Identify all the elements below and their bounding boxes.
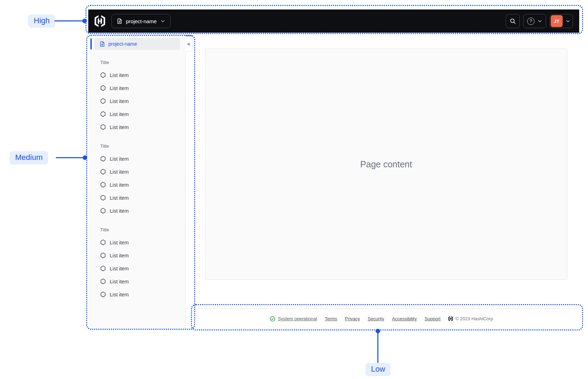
hexagon-icon xyxy=(100,85,106,91)
sidebar-list-item[interactable]: List item xyxy=(88,152,185,165)
search-button[interactable] xyxy=(506,14,520,28)
sidebar-list-item[interactable]: List item xyxy=(88,69,185,82)
project-switcher-button[interactable]: project-name xyxy=(111,14,171,28)
annotation-connector-high xyxy=(55,20,84,21)
sidebar-list-item[interactable]: List item xyxy=(88,178,185,191)
annotation-dot-medium xyxy=(83,155,87,160)
sidebar-list-item[interactable]: List item xyxy=(88,191,185,204)
user-avatar: JT xyxy=(551,15,563,27)
sidebar-section: Title List item List item List item xyxy=(88,60,185,134)
section-title: Title xyxy=(88,60,185,65)
footer-link[interactable]: Terms xyxy=(325,316,337,321)
hexagon-icon xyxy=(100,291,106,297)
hexagon-icon xyxy=(100,252,106,258)
section-list: List item List item List item List item xyxy=(88,236,185,301)
list-item-label: List item xyxy=(110,208,129,214)
project-switcher-label: project-name xyxy=(126,18,157,24)
sidebar-project-link[interactable]: project-name xyxy=(94,38,180,50)
sidebar-list-item[interactable]: List item xyxy=(88,249,185,262)
file-text-icon xyxy=(100,41,105,47)
sidebar-project-label: project-name xyxy=(108,41,137,47)
list-item-label: List item xyxy=(110,266,129,271)
page-content-placeholder: Page content xyxy=(360,159,412,169)
system-status-link[interactable]: System operational xyxy=(278,316,317,321)
annotation-connector-low xyxy=(377,333,378,363)
active-indicator-bar xyxy=(90,38,92,50)
help-menu-button[interactable]: ? xyxy=(523,14,546,28)
list-item-label: List item xyxy=(110,182,129,188)
hexagon-icon xyxy=(100,208,106,214)
list-item-label: List item xyxy=(110,124,129,130)
hexagon-icon xyxy=(100,182,106,188)
list-item-label: List item xyxy=(110,72,129,78)
account-menu-button[interactable]: JT xyxy=(550,14,573,28)
app-canvas: project-name ? xyxy=(0,0,588,379)
footer-link[interactable]: Support xyxy=(424,316,441,321)
hashicorp-logo xyxy=(95,15,105,27)
annotation-dot-high xyxy=(82,19,87,23)
list-item-label: List item xyxy=(110,195,129,201)
sidebar-list-item[interactable]: List item xyxy=(88,288,185,301)
sidebar-section: Title List item List item List item xyxy=(88,143,185,217)
list-item-label: List item xyxy=(110,111,129,117)
list-item-label: List item xyxy=(110,169,129,175)
hexagon-icon xyxy=(100,111,106,117)
footer-brand: © 2023 HashiCorp xyxy=(448,316,493,321)
sidebar-collapse-button[interactable]: « xyxy=(185,36,193,52)
sidebar-header: project-name xyxy=(94,38,180,50)
section-title: Title xyxy=(88,227,185,232)
hexagon-icon xyxy=(100,239,106,245)
chevron-down-icon xyxy=(537,19,542,24)
sidebar-sections: Title List item List item List item xyxy=(88,60,185,301)
sidebar-list-item[interactable]: List item xyxy=(88,236,185,249)
collapse-chevrons-icon: « xyxy=(187,36,191,47)
list-item-label: List item xyxy=(110,98,129,104)
footer-link[interactable]: Security xyxy=(368,316,384,321)
list-item-label: List item xyxy=(110,279,129,284)
sidebar: project-name Title List item List item L… xyxy=(88,36,186,329)
list-item-label: List item xyxy=(110,240,129,245)
sidebar-list-item[interactable]: List item xyxy=(88,262,185,275)
hashicorp-logo xyxy=(448,316,453,321)
sidebar-list-item[interactable]: List item xyxy=(88,204,185,217)
annotation-connector-medium xyxy=(56,157,84,158)
hexagon-icon xyxy=(100,124,106,130)
section-title: Title xyxy=(88,143,185,149)
hexagon-icon xyxy=(100,169,106,175)
footer: System operational Terms Privacy Securit… xyxy=(186,308,577,329)
hexagon-icon xyxy=(100,278,106,284)
list-item-label: List item xyxy=(110,253,129,258)
top-navbar: project-name ? xyxy=(88,9,579,33)
navbar-right-group: ? JT xyxy=(506,14,573,28)
chevron-down-icon xyxy=(160,19,165,24)
sidebar-list-item[interactable]: List item xyxy=(88,108,185,121)
section-list: List item List item List item List item xyxy=(88,69,185,134)
footer-links: Terms Privacy Security Accessibility Sup… xyxy=(325,316,440,321)
annotation-label-medium: Medium xyxy=(9,151,48,165)
help-icon: ? xyxy=(527,18,535,25)
file-text-icon xyxy=(117,18,122,24)
hexagon-icon xyxy=(100,195,106,201)
sidebar-list-item[interactable]: List item xyxy=(88,82,185,95)
annotation-label-low: Low xyxy=(365,363,391,376)
check-circle-icon xyxy=(270,316,275,322)
section-list: List item List item List item List item xyxy=(88,152,185,217)
footer-link[interactable]: Accessibility xyxy=(392,316,417,321)
sidebar-list-item[interactable]: List item xyxy=(88,275,185,288)
hexagon-icon xyxy=(100,156,106,162)
hexagon-icon xyxy=(100,72,106,78)
system-status: System operational xyxy=(270,316,317,322)
list-item-label: List item xyxy=(110,85,129,91)
search-icon xyxy=(510,18,516,24)
sidebar-list-item[interactable]: List item xyxy=(88,95,185,108)
annotation-label-high: High xyxy=(28,14,55,28)
sidebar-list-item[interactable]: List item xyxy=(88,121,185,134)
sidebar-section: Title List item List item List item xyxy=(88,227,185,301)
footer-link[interactable]: Privacy xyxy=(345,316,360,321)
hexagon-icon xyxy=(100,265,106,271)
main-content-panel: Page content xyxy=(205,49,567,280)
sidebar-list-item[interactable]: List item xyxy=(88,165,185,178)
list-item-label: List item xyxy=(110,292,129,297)
copyright-text: © 2023 HashiCorp xyxy=(455,316,493,321)
hexagon-icon xyxy=(100,98,106,104)
